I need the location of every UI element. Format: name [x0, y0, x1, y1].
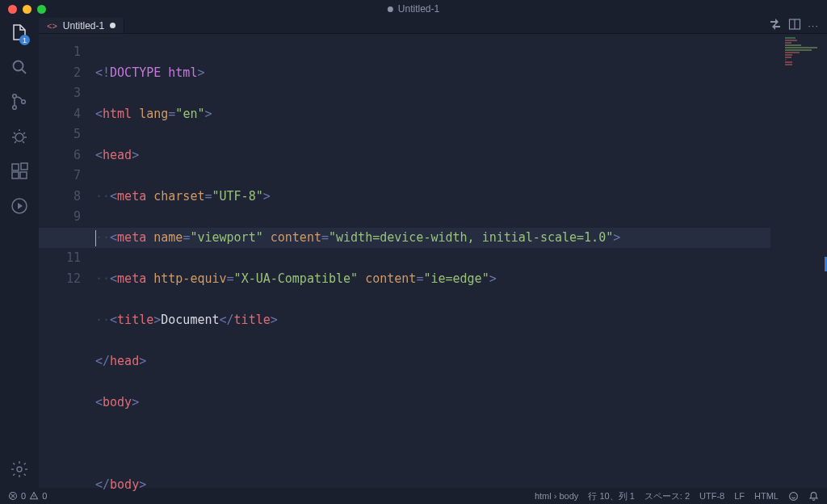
tab-untitled-1[interactable]: <> Untitled-1	[39, 18, 124, 33]
code-content[interactable]: <!DOCTYPE html> <html lang="en"> <head> …	[87, 34, 827, 504]
extensions-icon[interactable]	[10, 162, 29, 183]
search-icon[interactable]	[10, 57, 29, 79]
explorer-icon[interactable]: 1	[10, 23, 29, 44]
debug-icon[interactable]	[10, 127, 29, 149]
live-share-icon[interactable]	[10, 196, 29, 218]
svg-rect-8	[21, 163, 27, 170]
svg-rect-5	[12, 164, 19, 170]
activity-bar: 1	[0, 18, 39, 488]
editor-area: <> Untitled-1 ··· 123 456 789 101112 <!D…	[39, 18, 827, 488]
unsaved-indicator-icon	[388, 6, 393, 12]
svg-point-3	[22, 100, 26, 104]
svg-point-10	[17, 467, 22, 472]
more-actions-icon[interactable]: ···	[808, 19, 819, 32]
svg-point-4	[15, 133, 23, 141]
tab-label: Untitled-1	[63, 20, 104, 32]
svg-rect-7	[20, 172, 27, 178]
title-bar: Untitled-1	[0, 0, 827, 18]
source-control-icon[interactable]	[10, 92, 29, 114]
tab-bar: <> Untitled-1 ···	[39, 18, 827, 34]
close-window-button[interactable]	[8, 5, 17, 14]
minimap[interactable]	[785, 37, 825, 66]
window-title: Untitled-1	[388, 3, 439, 15]
text-cursor	[95, 230, 96, 246]
minimize-window-button[interactable]	[23, 5, 31, 14]
svg-point-0	[14, 61, 23, 71]
compare-icon[interactable]	[769, 18, 782, 33]
code-editor[interactable]: 123 456 789 101112 <!DOCTYPE html> <html…	[39, 34, 827, 504]
html-file-icon: <>	[47, 21, 57, 31]
svg-rect-6	[12, 172, 19, 178]
explorer-badge: 1	[19, 35, 30, 45]
window-controls	[8, 5, 46, 14]
svg-point-1	[13, 94, 17, 99]
svg-point-2	[13, 106, 17, 110]
tab-unsaved-dot-icon	[110, 23, 115, 28]
window-title-text: Untitled-1	[398, 3, 439, 15]
maximize-window-button[interactable]	[37, 5, 46, 14]
split-editor-icon[interactable]	[788, 18, 801, 33]
editor-actions: ···	[769, 18, 827, 33]
settings-gear-icon[interactable]	[10, 460, 29, 481]
line-number-gutter: 123 456 789 101112	[39, 34, 87, 504]
